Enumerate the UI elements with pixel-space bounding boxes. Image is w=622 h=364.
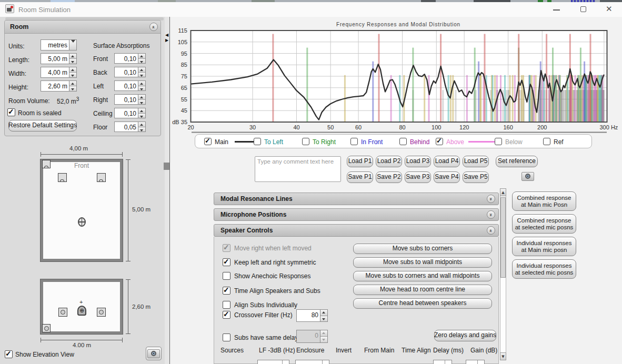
room-sealed-checkbox[interactable] xyxy=(7,108,15,116)
room-field-spinner-length[interactable]: 5,00 m xyxy=(41,53,77,64)
section-chevron-icon-modal-resonance-lines[interactable]: » xyxy=(487,195,495,203)
absorption-spinner-right[interactable]: 0,10 xyxy=(114,94,146,105)
right-speaker-topview[interactable] xyxy=(97,173,106,182)
spinner-up-icon[interactable] xyxy=(138,81,145,86)
gain-input[interactable] xyxy=(466,360,485,364)
spinner-up-icon[interactable] xyxy=(320,310,327,316)
response-button-individual-responses-at-main-mic-posn[interactable]: Individual responses at Main mic posn xyxy=(512,237,576,256)
spinner-down-icon[interactable] xyxy=(138,86,145,91)
crossover-filter-spinner[interactable]: 80 xyxy=(296,309,328,322)
sc-checkbox-keep-left-and-right-symmetric[interactable] xyxy=(223,258,230,266)
save-preset-button-2[interactable]: Save P2 xyxy=(376,171,402,183)
spinner-down-icon[interactable] xyxy=(69,86,76,91)
save-preset-button-5[interactable]: Save P5 xyxy=(463,171,489,183)
sc-button-move-head-to-room-centre-line[interactable]: Move head to room centre line xyxy=(353,285,492,295)
section-chevron-icon-speaker-controls[interactable]: » xyxy=(487,226,495,235)
sc-button-move-subs-to-corners[interactable]: Move subs to corners xyxy=(353,244,492,254)
legend-checkbox-above[interactable] xyxy=(436,138,443,145)
legend-checkbox-ref[interactable] xyxy=(543,138,550,145)
load-preset-button-3[interactable]: Load P3 xyxy=(405,156,431,167)
spinner-down-icon[interactable] xyxy=(320,316,327,322)
spinner-up-icon[interactable] xyxy=(138,54,145,58)
splitter-collapse-right-icon[interactable]: ▶ xyxy=(165,38,168,43)
absorption-spinner-left[interactable]: 0,10 xyxy=(114,80,146,91)
crossover-filter-checkbox[interactable] xyxy=(223,311,230,319)
section-chevron-icon-microphone-positions[interactable]: » xyxy=(487,210,495,219)
left-camera-button[interactable] xyxy=(146,347,162,360)
load-preset-button-2[interactable]: Load P2 xyxy=(376,156,402,167)
spinner-down-icon[interactable] xyxy=(138,113,145,118)
dropdown-arrow-icon[interactable] xyxy=(69,40,76,50)
zero-delays-gains-button[interactable]: Zero delays and gains xyxy=(434,330,496,341)
delay-input[interactable] xyxy=(433,360,452,364)
scrollbar-thumb[interactable] xyxy=(500,197,506,278)
section-header-speaker-controls[interactable]: Speaker Controls xyxy=(214,224,499,237)
splitter-grip[interactable] xyxy=(164,163,169,170)
right-speaker-elevation[interactable] xyxy=(97,308,106,317)
sc-checkbox-time-align-speakers-and-subs[interactable] xyxy=(223,287,230,295)
legend-checkbox-behind[interactable] xyxy=(399,138,407,145)
save-preset-button-4[interactable]: Save P4 xyxy=(434,171,460,183)
response-button-individual-responses-at-selected-mic-posns[interactable]: Individual responses at selected mic pos… xyxy=(512,259,576,279)
spinner-up-icon[interactable] xyxy=(138,108,145,113)
sc-checkbox-align-subs-individually[interactable] xyxy=(223,301,230,309)
splitter-collapse-left-icon[interactable]: ◀ xyxy=(165,33,168,37)
spinner-up-icon[interactable] xyxy=(138,95,145,99)
sc-button-move-subs-to-wall-midpoints[interactable]: Move subs to wall midpoints xyxy=(353,257,492,268)
chart-camera-button[interactable] xyxy=(520,170,536,183)
room-field-spinner-height[interactable]: 2,60 m xyxy=(41,80,77,92)
absorption-spinner-back[interactable]: 0,10 xyxy=(114,67,146,77)
spinner-down-icon[interactable] xyxy=(138,72,145,77)
subwoofer-elevation[interactable] xyxy=(42,324,51,332)
room-panel-header[interactable]: Room xyxy=(5,21,160,34)
subwoofer-topview[interactable] xyxy=(42,160,51,168)
section-header-modal-resonance-lines[interactable]: Modal Resonance Lines xyxy=(214,193,499,205)
spinner-down-icon[interactable] xyxy=(69,58,76,64)
units-dropdown[interactable]: metres xyxy=(41,39,77,50)
restore-defaults-button[interactable]: Restore Default Settings xyxy=(8,120,77,132)
room-field-spinner-width[interactable]: 4,00 m xyxy=(41,67,77,78)
scrollbar-up-button[interactable]: ▲ xyxy=(500,188,506,196)
spinner-down-icon[interactable] xyxy=(138,58,145,64)
absorption-spinner-ceiling[interactable]: 0,10 xyxy=(114,108,146,118)
load-preset-button-5[interactable]: Load P5 xyxy=(463,156,489,167)
absorption-spinner-floor[interactable]: 0,05 xyxy=(114,122,146,132)
lf-cutoff-input[interactable] xyxy=(257,360,289,364)
spinner-up-icon[interactable] xyxy=(69,67,76,72)
legend-checkbox-to-left[interactable] xyxy=(254,138,261,145)
spinner-up-icon[interactable] xyxy=(69,81,76,86)
sc-button-centre-head-between-speakers[interactable]: Centre head between speakers xyxy=(353,298,492,309)
enclosure-input[interactable] xyxy=(295,360,329,364)
subs-same-delay-checkbox[interactable] xyxy=(223,333,230,341)
section-header-microphone-positions[interactable]: Microphone Positions xyxy=(214,208,499,221)
legend-checkbox-main[interactable] xyxy=(204,138,212,145)
room-panel-collapse-icon[interactable]: » xyxy=(149,23,158,31)
spinner-up-icon[interactable] xyxy=(138,67,145,72)
spinner-down-icon[interactable] xyxy=(138,127,145,132)
spinner-up-icon[interactable] xyxy=(138,122,145,127)
absorption-spinner-front[interactable]: 0,10 xyxy=(114,53,146,64)
legend-checkbox-below[interactable] xyxy=(495,138,502,145)
spinner-up-icon[interactable] xyxy=(69,54,76,58)
response-button-combined-response-at-selected-mic-posns[interactable]: Combined response at selected mic posns xyxy=(512,214,576,234)
maximize-button[interactable] xyxy=(580,6,586,12)
save-preset-button-1[interactable]: Save P1 xyxy=(347,171,373,183)
sc-button-move-subs-to-corners-and-wall-midpoints[interactable]: Move subs to corners and wall midpoints xyxy=(353,271,492,281)
close-button[interactable]: ✕ xyxy=(606,4,613,14)
scrollbar-down-button[interactable]: ▼ xyxy=(500,352,506,360)
listener-head-topview[interactable] xyxy=(78,217,86,227)
comment-input[interactable] xyxy=(255,156,341,182)
load-preset-button-4[interactable]: Load P4 xyxy=(434,156,460,167)
set-reference-button[interactable]: Set reference xyxy=(496,156,538,167)
legend-checkbox-in-front[interactable] xyxy=(350,138,358,145)
spinner-down-icon[interactable] xyxy=(69,72,76,77)
sc-checkbox-show-anechoic-responses[interactable] xyxy=(223,272,230,280)
save-preset-button-3[interactable]: Save P3 xyxy=(405,171,431,183)
response-button-combined-response-at-main-mic-posn[interactable]: Combined response at Main mic Posn xyxy=(512,191,576,211)
left-speaker-elevation[interactable] xyxy=(58,308,67,317)
left-speaker-topview[interactable] xyxy=(58,173,67,182)
listener-head-elevation[interactable]: ⊕ xyxy=(77,306,86,316)
minimize-button[interactable] xyxy=(553,9,560,11)
legend-checkbox-to-right[interactable] xyxy=(302,138,309,145)
spinner-down-icon[interactable] xyxy=(138,99,145,105)
